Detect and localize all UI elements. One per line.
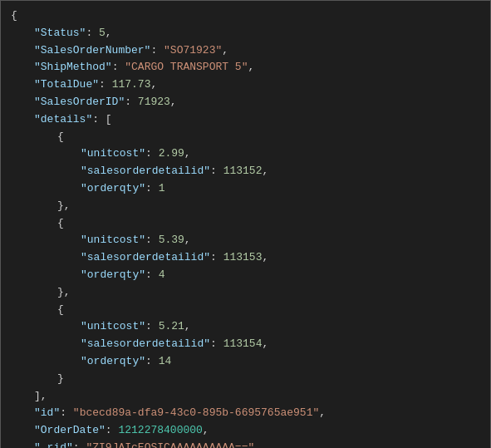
detail-0-open: {	[11, 129, 480, 146]
detail-0-close: },	[11, 198, 480, 215]
id-line: "id": "bcecd89a-dfa9-43c0-895b-6695765ae…	[11, 405, 480, 422]
detail-2-open: {	[11, 302, 480, 319]
detail-0-orderqty: "orderqty": 1	[11, 180, 480, 198]
status-line: "Status": 5,	[11, 25, 480, 42]
details-open-line: "details": [	[11, 111, 480, 129]
sales-order-number-line: "SalesOrderNumber": "SO71923",	[11, 42, 480, 60]
detail-1-unitcost: "unitcost": 5.39,	[11, 232, 480, 249]
detail-1-close: },	[11, 284, 480, 302]
detail-1-open: {	[11, 215, 480, 233]
total-due-line: "TotalDue": 117.73,	[11, 76, 480, 94]
opening-brace: {	[11, 7, 480, 25]
details-close-line: ],	[11, 388, 480, 406]
detail-2-salesorderdetailid: "salesorderdetailid": 113154,	[11, 336, 480, 353]
detail-2-orderqty: "orderqty": 14	[11, 353, 480, 371]
json-viewer: { "Status": 5, "SalesOrderNumber": "SO71…	[0, 0, 491, 448]
detail-0-salesorderdetailid: "salesorderdetailid": 113152,	[11, 163, 480, 180]
detail-2-unitcost: "unitcost": 5.21,	[11, 318, 480, 336]
detail-1-salesorderdetailid: "salesorderdetailid": 113153,	[11, 249, 480, 267]
detail-0-unitcost: "unitcost": 2.99,	[11, 145, 480, 163]
detail-1-orderqty: "orderqty": 4	[11, 267, 480, 284]
detail-2-close: }	[11, 371, 480, 388]
sales-order-id-line: "SalesOrderID": 71923,	[11, 94, 480, 111]
rid-line: "_rid": "ZI9JAIcEOSICAAAAAAAAAA==",	[11, 440, 480, 448]
ship-method-line: "ShipMethod": "CARGO TRANSPORT 5",	[11, 59, 480, 76]
order-date-line: "OrderDate": 1212278400000,	[11, 422, 480, 440]
